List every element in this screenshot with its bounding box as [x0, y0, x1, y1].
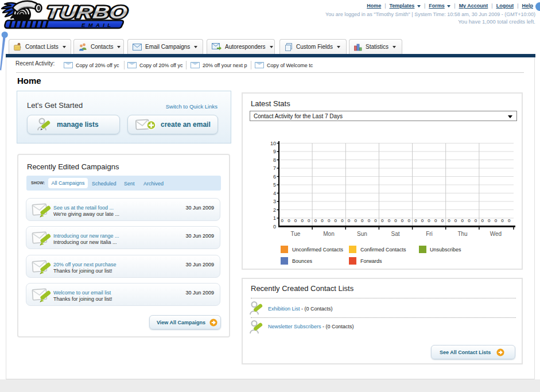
svg-text:Tue: Tue: [291, 231, 301, 237]
svg-text:0: 0: [273, 224, 276, 230]
svg-text:5: 5: [273, 182, 276, 188]
svg-text:Thu: Thu: [457, 231, 467, 237]
svg-text:0: 0: [288, 218, 290, 223]
svg-text:0: 0: [481, 218, 484, 223]
svg-text:0: 0: [335, 218, 337, 223]
svg-text:0: 0: [328, 218, 331, 223]
svg-text:Sun: Sun: [357, 231, 367, 237]
svg-text:0: 0: [301, 218, 304, 223]
svg-text:0: 0: [454, 218, 457, 223]
svg-text:TURBO: TURBO: [45, 2, 129, 22]
svg-text:3: 3: [273, 199, 276, 204]
svg-text:0: 0: [468, 218, 471, 223]
svg-text:0: 0: [421, 218, 424, 223]
svg-text:Sat: Sat: [391, 231, 399, 237]
svg-text:0: 0: [314, 218, 317, 223]
svg-text:0: 0: [321, 218, 324, 223]
svg-text:0: 0: [407, 218, 410, 223]
svg-text:0: 0: [294, 218, 297, 223]
svg-text:0: 0: [495, 218, 498, 223]
svg-text:EMAIL: EMAIL: [81, 22, 114, 28]
svg-text:6: 6: [273, 174, 276, 180]
svg-text:0: 0: [448, 218, 450, 223]
svg-text:0: 0: [508, 218, 511, 223]
svg-text:0: 0: [475, 218, 477, 223]
svg-text:7: 7: [273, 165, 276, 171]
svg-text:0: 0: [488, 218, 491, 223]
svg-text:0: 0: [281, 218, 284, 223]
svg-text:4: 4: [273, 191, 276, 196]
svg-text:0: 0: [308, 218, 310, 223]
svg-text:0: 0: [501, 218, 504, 223]
svg-text:0: 0: [414, 218, 417, 223]
svg-text:0: 0: [441, 218, 444, 223]
svg-text:0: 0: [401, 218, 404, 223]
svg-text:2: 2: [273, 207, 276, 213]
svg-text:Wed: Wed: [490, 231, 502, 237]
svg-text:8: 8: [273, 157, 276, 163]
svg-text:Fri: Fri: [426, 231, 433, 237]
svg-text:0: 0: [348, 218, 351, 223]
svg-text:10: 10: [270, 141, 276, 146]
svg-text:0: 0: [381, 218, 384, 223]
svg-text:9: 9: [273, 149, 276, 154]
svg-text:0: 0: [394, 218, 397, 223]
svg-text:1: 1: [273, 215, 276, 221]
svg-text:0: 0: [361, 218, 364, 223]
svg-text:0: 0: [461, 218, 464, 223]
svg-text:0: 0: [341, 218, 344, 223]
svg-text:Mon: Mon: [323, 231, 334, 237]
svg-text:0: 0: [434, 218, 437, 223]
svg-text:0: 0: [388, 218, 391, 223]
svg-text:0: 0: [374, 218, 377, 223]
svg-text:0: 0: [428, 218, 430, 223]
svg-text:0: 0: [354, 218, 357, 223]
svg-text:0: 0: [368, 218, 371, 223]
